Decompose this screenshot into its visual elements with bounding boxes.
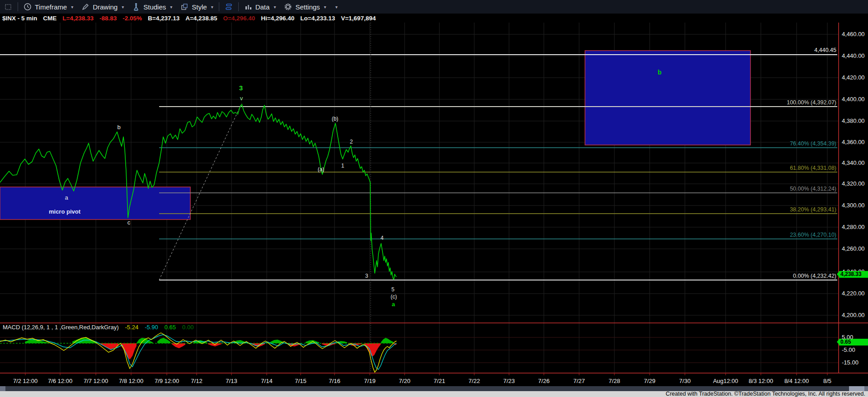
macd-indicator-label: MACD (12,26,9, 1 , 1 ,Green,Red,DarkGray…: [3, 324, 193, 331]
macd-title: MACD (12,26,9, 1 , 1 ,Green,Red,DarkGray…: [3, 324, 118, 331]
macd-value: -5.24: [125, 324, 138, 331]
macd-line: [0, 333, 396, 372]
macd-value: -5.90: [145, 324, 158, 331]
copyright-text: Created with TradeStation. ©TradeStation…: [0, 391, 868, 397]
scroll-left-button[interactable]: [0, 386, 5, 391]
macd-signal-line: [0, 335, 396, 369]
macd-value: 0.65: [165, 324, 176, 331]
macd-histogram: [72, 338, 97, 343]
wave-b-target-box[interactable]: [585, 51, 750, 145]
micro-pivot-box[interactable]: [0, 187, 190, 220]
tradestation-chart-window: Timeframe▾Drawing▾Studies▾Style▾Data▾Set…: [0, 0, 868, 397]
chart-canvas[interactable]: [0, 0, 868, 397]
macd-value: 0.00: [182, 324, 193, 331]
macd-histogram: [172, 343, 185, 348]
macd-histogram: [381, 338, 393, 343]
macd-histogram: [137, 338, 153, 343]
macd-histogram: [121, 343, 137, 360]
